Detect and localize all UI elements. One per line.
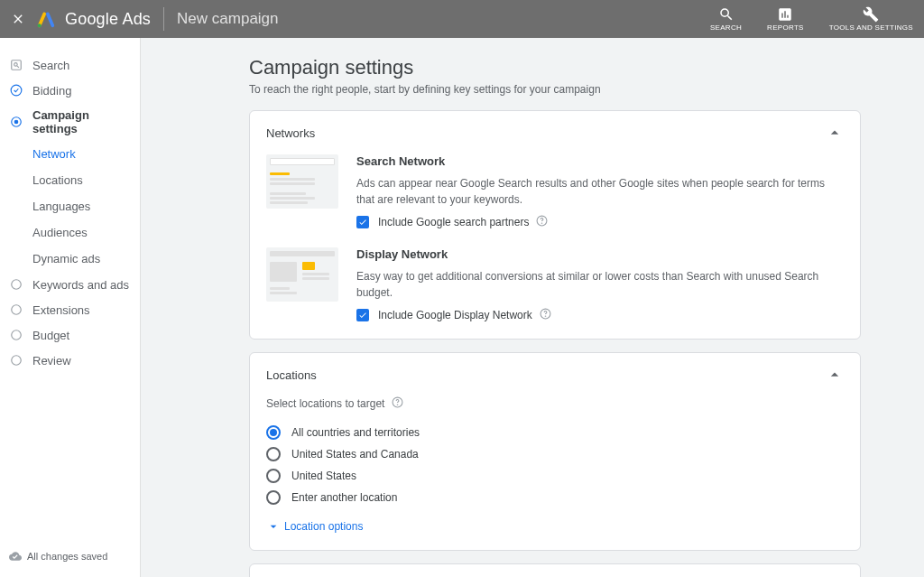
networks-card: Networks Search Network Ads can appear n…: [249, 110, 861, 340]
save-status: All changes saved: [9, 550, 107, 563]
step-search-label: Search: [32, 59, 69, 72]
header-reports[interactable]: REPORTS: [763, 6, 808, 33]
step-campaign-settings-label: Campaign settings: [32, 108, 131, 135]
search-network-illustration: [266, 154, 338, 209]
step-review-label: Review: [32, 354, 71, 368]
step-extensions[interactable]: Extensions: [0, 297, 140, 322]
step-keywords[interactable]: Keywords and ads: [0, 272, 140, 297]
svg-point-0: [38, 23, 42, 27]
location-option-us[interactable]: United States: [266, 465, 844, 487]
main-title: Campaign settings: [249, 56, 861, 79]
radio-button[interactable]: [266, 469, 281, 483]
help-icon[interactable]: [392, 396, 403, 411]
chevron-up-icon: [826, 124, 844, 142]
svg-rect-1: [12, 60, 22, 70]
check-circle-icon: [9, 83, 23, 98]
svg-point-4: [11, 85, 22, 96]
page-title: New campaign: [177, 10, 278, 28]
wrench-icon: [863, 6, 879, 23]
svg-point-6: [14, 120, 18, 124]
google-ads-logo: [36, 9, 56, 29]
display-network-illustration: [266, 247, 338, 302]
step-search[interactable]: Search: [0, 52, 140, 78]
search-partners-label: Include Google search partners: [378, 216, 529, 228]
display-network-checkbox[interactable]: [356, 309, 369, 321]
sidebar: Search Bidding Campaign settings Network…: [0, 38, 141, 577]
display-network-title: Display Network: [356, 247, 844, 261]
svg-line-3: [17, 66, 19, 68]
step-extensions-label: Extensions: [32, 303, 90, 317]
display-network-desc: Easy way to get additional conversions a…: [356, 268, 844, 301]
main-subtitle: To reach the right people, start by defi…: [249, 83, 861, 96]
header-search-label: SEARCH: [710, 24, 742, 33]
step-bidding-label: Bidding: [32, 84, 71, 98]
svg-point-16: [398, 405, 399, 405]
location-option-other[interactable]: Enter another location: [266, 487, 844, 508]
substep-network[interactable]: Network: [0, 141, 140, 167]
svg-point-7: [12, 280, 22, 290]
substep-languages[interactable]: Languages: [0, 193, 140, 219]
svg-point-8: [12, 305, 22, 315]
step-budget-label: Budget: [32, 329, 69, 342]
header-settings-label: TOOLS AND SETTINGS: [829, 24, 913, 33]
substep-dynamic-ads[interactable]: Dynamic ads: [0, 246, 140, 272]
search-partners-checkbox[interactable]: [356, 216, 369, 228]
radio-button[interactable]: [266, 490, 281, 505]
search-icon: [718, 6, 735, 23]
radio-current-icon: [9, 115, 23, 129]
svg-point-2: [14, 63, 18, 67]
location-option-all[interactable]: All countries and territories: [266, 422, 844, 443]
help-icon[interactable]: [540, 308, 551, 322]
search-step-icon: [9, 58, 23, 72]
location-option-us-ca[interactable]: United States and Canada: [266, 443, 844, 465]
help-icon[interactable]: [536, 215, 548, 229]
svg-point-10: [12, 356, 22, 366]
languages-card-header[interactable]: Languages: [250, 564, 860, 577]
substep-locations[interactable]: Locations: [0, 167, 140, 193]
header-tools-settings[interactable]: TOOLS AND SETTINGS: [826, 6, 917, 33]
locations-prompt: Select locations to target: [266, 397, 384, 410]
locations-card-title: Locations: [266, 368, 317, 382]
radio-button[interactable]: [266, 447, 281, 461]
svg-point-12: [542, 223, 543, 224]
step-campaign-settings[interactable]: Campaign settings: [0, 103, 140, 141]
locations-card: Locations Select locations to target All…: [249, 352, 861, 551]
brand-name: Google Ads: [65, 10, 151, 29]
circle-icon: [9, 277, 23, 292]
header-reports-label: REPORTS: [767, 24, 804, 33]
networks-card-title: Networks: [266, 126, 315, 140]
step-review[interactable]: Review: [0, 348, 140, 373]
search-network-desc: Ads can appear near Google Search result…: [356, 175, 844, 208]
networks-card-header[interactable]: Networks: [250, 111, 860, 154]
close-icon: [11, 12, 25, 26]
svg-point-14: [545, 316, 546, 317]
locations-card-header[interactable]: Locations: [250, 353, 860, 396]
header-divider: [163, 7, 164, 31]
circle-icon: [9, 328, 23, 342]
chevron-down-icon: [266, 519, 281, 534]
svg-point-9: [12, 330, 22, 340]
circle-icon: [9, 302, 23, 317]
radio-button[interactable]: [266, 425, 281, 440]
languages-card: Languages Select the languages that your…: [249, 563, 861, 577]
cloud-done-icon: [9, 550, 22, 563]
display-network-label: Include Google Display Network: [378, 309, 532, 321]
chevron-up-icon: [826, 366, 844, 384]
reports-icon: [777, 6, 793, 23]
step-budget[interactable]: Budget: [0, 322, 140, 348]
circle-icon: [9, 353, 23, 368]
step-keywords-label: Keywords and ads: [32, 278, 129, 292]
search-network-title: Search Network: [356, 154, 844, 168]
substep-audiences[interactable]: Audiences: [0, 219, 140, 246]
location-options-toggle[interactable]: Location options: [266, 519, 844, 534]
header-search[interactable]: SEARCH: [707, 6, 745, 33]
step-bidding[interactable]: Bidding: [0, 78, 140, 103]
close-button[interactable]: [7, 12, 29, 26]
